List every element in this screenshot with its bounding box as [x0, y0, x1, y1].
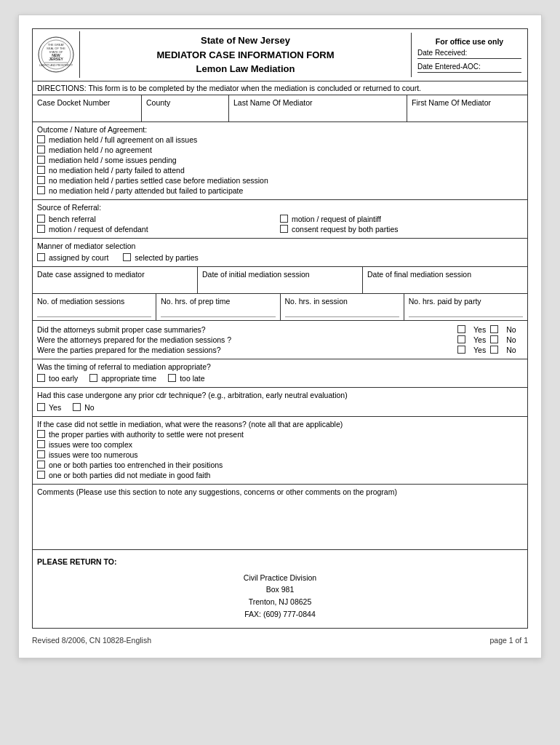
sessions-prep-label: No. hrs. of prep time — [161, 297, 275, 306]
outcome-options: mediation held / full agreement on all i… — [37, 135, 523, 195]
outcome-checkbox[interactable] — [37, 135, 45, 143]
yes-checkbox[interactable] — [457, 335, 465, 343]
reasons-label: If the case did not settle in mediation,… — [37, 420, 523, 429]
reasons-checkbox[interactable] — [37, 471, 45, 479]
manner-checkbox[interactable] — [37, 253, 45, 261]
reasons-checkbox[interactable] — [37, 461, 45, 469]
outcome-checkbox[interactable] — [37, 186, 45, 194]
first-name-value[interactable] — [412, 107, 523, 119]
manner-option-label: selected by parties — [135, 253, 199, 262]
return-address-line3: Trenton, NJ 08625 — [37, 596, 523, 608]
manner-checkbox[interactable] — [123, 253, 131, 261]
outcome-option: no mediation held / parties settled case… — [37, 176, 523, 185]
outcome-option: mediation held / no agreement — [37, 146, 523, 154]
form-name-title: MEDIATOR CASE INFORMATION FORM — [84, 48, 407, 63]
state-title: State of New Jersey — [84, 33, 407, 48]
manner-section: Manner of mediator selection assigned by… — [33, 239, 527, 267]
prior-cdr-option: No — [73, 403, 94, 412]
date-entered-label: Date Entered-AOC: — [417, 63, 481, 71]
date-initial-value[interactable] — [202, 279, 358, 290]
timing-options: too earlyappropriate timetoo late — [37, 372, 523, 384]
reasons-option: the proper parties with authority to set… — [37, 430, 523, 439]
timing-checkbox[interactable] — [168, 374, 176, 382]
timing-option: appropriate time — [89, 374, 156, 383]
return-address-line2: Box 981 — [37, 583, 523, 596]
date-final-value[interactable] — [367, 279, 523, 290]
last-name-label: Last Name Of Mediator — [233, 98, 402, 107]
reasons-section: If the case did not settle in mediation,… — [33, 417, 527, 485]
date-received-value[interactable] — [485, 49, 521, 57]
source-checkbox[interactable] — [37, 215, 45, 223]
case-info-row: Case Docket Number County Last Name Of M… — [33, 95, 527, 122]
date-final-label: Date of final mediation session — [367, 270, 523, 279]
sessions-count-value[interactable] — [37, 306, 151, 317]
prior-cdr-option-label: No — [84, 403, 94, 412]
outcome-checkbox[interactable] — [37, 176, 45, 184]
reasons-checkbox[interactable] — [37, 440, 45, 448]
timing-checkbox[interactable] — [37, 374, 45, 382]
yesno-options: Yes No — [457, 346, 523, 354]
sessions-paid-cell: No. hrs. paid by party — [404, 294, 527, 320]
outcome-checkbox[interactable] — [37, 156, 45, 164]
date-received-label: Date Received: — [417, 49, 467, 57]
outcome-option: mediation held / full agreement on all i… — [37, 135, 523, 144]
reasons-option: issues were too complex — [37, 440, 523, 449]
source-col1: bench referralmotion / request of defend… — [37, 213, 280, 235]
case-docket-label: Case Docket Number — [37, 98, 137, 107]
last-name-value[interactable] — [233, 107, 402, 119]
prior-cdr-checkbox[interactable] — [73, 403, 81, 411]
timing-checkbox[interactable] — [89, 374, 97, 382]
source-checkbox[interactable] — [280, 225, 288, 233]
outcome-checkbox[interactable] — [37, 166, 45, 174]
no-checkbox[interactable] — [490, 346, 498, 354]
source-section: Source of Referral: bench referralmotion… — [33, 200, 527, 239]
prior-cdr-options: YesNo — [37, 402, 523, 413]
date-entered-value[interactable] — [500, 63, 521, 71]
reasons-option: issues were too numerous — [37, 450, 523, 459]
prior-cdr-checkbox[interactable] — [37, 403, 45, 411]
return-address: Civil Practice Division Box 981 Trenton,… — [37, 572, 523, 621]
case-docket-value[interactable] — [37, 107, 137, 119]
yes-label: Yes — [473, 346, 486, 354]
footer-page: page 1 of 1 — [489, 636, 528, 645]
source-checkbox[interactable] — [280, 215, 288, 223]
source-option-label: bench referral — [49, 215, 96, 223]
yes-checkbox[interactable] — [457, 346, 465, 354]
outcome-option: mediation held / some issues pending — [37, 156, 523, 164]
sessions-prep-value[interactable] — [161, 306, 275, 317]
comments-section: Comments (Please use this section to not… — [33, 485, 527, 550]
reasons-option-label: the proper parties with authority to set… — [49, 430, 244, 439]
no-checkbox[interactable] — [490, 325, 498, 333]
timing-option: too early — [37, 374, 78, 383]
source-checkbox[interactable] — [37, 225, 45, 233]
form-page: THE GREAT SEAL OF THE STATE OF NEW JERSE… — [18, 15, 542, 658]
prior-cdr-section: Had this case undergone any prior cdr te… — [33, 388, 527, 417]
county-value[interactable] — [146, 107, 224, 119]
yes-checkbox[interactable] — [457, 325, 465, 333]
outcome-checkbox[interactable] — [37, 146, 45, 154]
form-footer: Revised 8/2006, CN 10828-English page 1 … — [32, 636, 528, 645]
timing-option-label: too late — [180, 374, 204, 383]
reasons-checkbox[interactable] — [37, 450, 45, 458]
date-assigned-value[interactable] — [37, 279, 193, 290]
yesno-options: Yes No — [457, 325, 523, 334]
reasons-checkbox[interactable] — [37, 430, 45, 438]
form-title-block: State of New Jersey MEDIATOR CASE INFORM… — [80, 29, 411, 81]
outcome-option-label: no mediation held / party failed to atte… — [49, 166, 185, 175]
sessions-count-cell: No. of mediation sessions — [33, 294, 156, 320]
prior-cdr-option-label: Yes — [49, 403, 61, 412]
sessions-paid-value[interactable] — [409, 306, 523, 317]
sessions-in-cell: No. hrs. in session — [281, 294, 404, 320]
date-initial-cell: Date of initial mediation session — [198, 267, 363, 293]
manner-option-label: assigned by court — [49, 253, 108, 262]
timing-section: Was the timing of referral to mediation … — [33, 359, 527, 388]
directions-row: DIRECTIONS: This form is to be completed… — [33, 81, 527, 95]
sessions-in-value[interactable] — [285, 306, 399, 317]
prior-cdr-label: Had this case undergone any prior cdr te… — [37, 391, 523, 399]
no-checkbox[interactable] — [490, 335, 498, 343]
date-assigned-cell: Date case assigned to mediator — [33, 267, 198, 293]
county-cell: County — [142, 95, 229, 121]
outcome-option: no mediation held / party attended but f… — [37, 186, 523, 195]
outcome-option-label: mediation held / some issues pending — [49, 156, 177, 164]
return-section: PLEASE RETURN TO: Civil Practice Divisio… — [33, 550, 527, 628]
